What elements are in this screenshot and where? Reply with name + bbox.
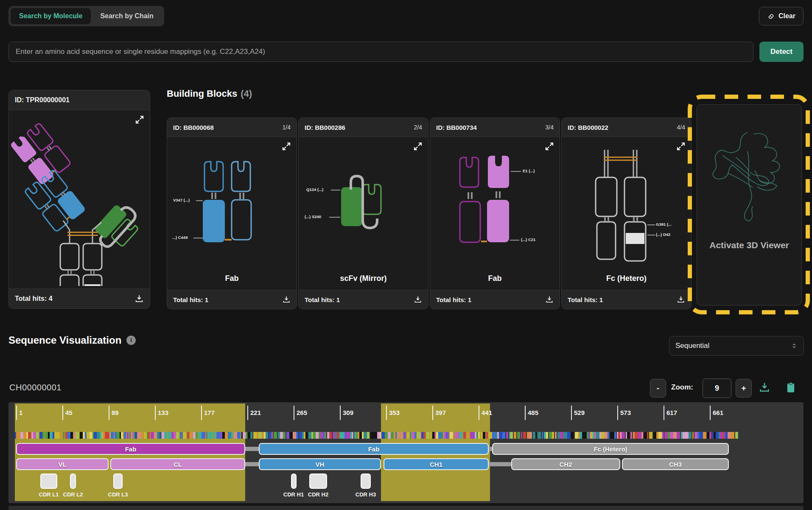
scfv-diagram xyxy=(299,137,427,273)
zoom-in-button[interactable]: + xyxy=(736,379,752,398)
download-icon[interactable] xyxy=(545,295,554,304)
eraser-icon xyxy=(767,12,775,20)
domain-bar[interactable]: Fc (Hetero) xyxy=(492,443,729,455)
domain-bar[interactable]: CH2 xyxy=(511,458,620,470)
bb-card-footer: Total hits: 1 xyxy=(167,290,297,309)
copy-clipboard-icon[interactable] xyxy=(785,381,797,393)
domain-bar-label: Fab xyxy=(125,446,137,453)
domain-bar[interactable]: Fab xyxy=(259,443,489,455)
download-icon[interactable] xyxy=(282,295,291,304)
bb-total-hits: Total hits: 1 xyxy=(436,296,471,303)
ruler-tick-label: 133 xyxy=(158,409,168,416)
cdr-label: CDR H1 xyxy=(283,491,304,498)
fc-diagram xyxy=(562,137,690,273)
bb-card-header: ID: BB000068 1/4 xyxy=(167,118,297,137)
domain-bar-label: CL xyxy=(174,461,182,468)
antibody-diagram xyxy=(9,116,149,286)
sequence-viewer-content: 1458913317722126530935339744148552957361… xyxy=(16,402,738,503)
ruler-tick-label: 221 xyxy=(250,409,261,416)
bb-card-header: ID: BB000286 2/4 xyxy=(299,118,428,137)
cdr-marker[interactable] xyxy=(309,474,327,489)
ruler-tick-label: 529 xyxy=(574,409,585,416)
domain-bar-label: VL xyxy=(58,461,66,468)
ruler-tick xyxy=(664,406,664,420)
activate-3d-viewer-card[interactable]: Activate 3D Viewer xyxy=(697,104,802,305)
mode-select-value: Sequential xyxy=(675,342,709,350)
residue-annotation-bottom: (...) S240 xyxy=(305,214,321,219)
zoom-out-button[interactable]: - xyxy=(650,379,666,398)
domain-bar[interactable]: CL xyxy=(110,458,245,470)
bb-position: 2/4 xyxy=(414,124,422,131)
sequence-viewer-panel: 1458913317722126530935339744148552957361… xyxy=(8,402,804,503)
domain-bar[interactable]: VH xyxy=(259,458,381,470)
domain-bar[interactable]: Fab xyxy=(16,443,245,455)
cdr-marker[interactable] xyxy=(40,474,57,489)
download-icon[interactable] xyxy=(414,295,422,304)
domain-bar[interactable]: CH1 xyxy=(384,458,489,470)
tab-search-by-molecule[interactable]: Search by Molecule xyxy=(11,8,91,24)
cdr-label: CDR L2 xyxy=(63,491,83,498)
domain-bar[interactable]: CH3 xyxy=(622,458,729,470)
download-icon[interactable] xyxy=(677,295,685,304)
bb-total-hits: Total hits: 1 xyxy=(568,296,603,303)
sequence-search-input[interactable] xyxy=(8,42,753,62)
bb-id-label: ID: BB000068 xyxy=(173,124,214,131)
ruler-tick-label: 573 xyxy=(620,409,631,416)
bb-card-body: G391 (... (...) D42 Fc (Hetero) xyxy=(562,137,691,290)
ruler-tick xyxy=(155,406,156,420)
residue-annotation-top: E1 (...) xyxy=(523,168,535,173)
bb-total-hits: Total hits: 1 xyxy=(305,296,340,303)
bb-position: 1/4 xyxy=(283,124,291,131)
bb-position: 3/4 xyxy=(546,124,554,131)
target-total-hits: Total hits: 4 xyxy=(15,295,53,303)
ruler-tick-label: 661 xyxy=(713,409,723,416)
ruler-tick xyxy=(294,406,294,420)
building-block-card-3[interactable]: ID: BB000734 3/4 E1 (...) (...) C21 Fab xyxy=(430,118,560,309)
detect-button[interactable]: Detect xyxy=(759,42,804,62)
download-sequence-icon[interactable] xyxy=(759,381,770,393)
bb-card-body: E1 (...) (...) C21 Fab xyxy=(430,137,560,290)
domain-connector xyxy=(245,447,259,451)
ruler-tick xyxy=(479,406,479,420)
bb-card-body: V347 (...) ...) C449 Fab xyxy=(167,137,297,290)
ruler-tick xyxy=(109,406,109,420)
clear-button[interactable]: Clear xyxy=(759,7,804,25)
cdr-marker[interactable] xyxy=(113,474,123,489)
bb-card-footer: Total hits: 1 xyxy=(430,290,560,309)
activate-3d-viewer-label: Activate 3D Viewer xyxy=(697,239,801,252)
domain-bar-label: CH1 xyxy=(430,461,442,468)
domain-connector xyxy=(489,462,511,466)
app-root: Search by Molecule Search by Chain Clear… xyxy=(0,0,812,510)
zoom-value-field[interactable]: 9 xyxy=(703,378,731,398)
domain-connector xyxy=(489,447,492,451)
cdr-marker[interactable] xyxy=(291,474,297,489)
numbering-mode-select[interactable]: Sequential xyxy=(669,336,804,356)
cdr-marker[interactable] xyxy=(361,474,371,489)
tab-search-by-chain[interactable]: Search by Chain xyxy=(92,8,162,24)
cdr-label: CDR H3 xyxy=(356,491,376,498)
bb-position: 4/4 xyxy=(677,124,685,131)
bb-card-header: ID: BB000022 4/4 xyxy=(562,118,691,137)
cdr-label: CDR L3 xyxy=(108,491,128,498)
domain-bar[interactable]: VL xyxy=(16,458,109,470)
building-block-card-1[interactable]: ID: BB000068 1/4 V347 (...) ...) C449 Fa… xyxy=(167,118,297,309)
target-card-body xyxy=(9,110,150,289)
fab-diagram xyxy=(167,137,296,273)
target-molecule-card[interactable]: ID: TPR00000001 xyxy=(8,90,150,309)
bb-type-label: Fab xyxy=(167,274,297,283)
bb-type-label: Fc (Hetero) xyxy=(562,274,691,283)
ruler-tick-label: 617 xyxy=(666,409,677,416)
ruler-tick-label: 177 xyxy=(204,409,215,416)
info-icon[interactable] xyxy=(126,336,136,345)
download-icon[interactable] xyxy=(134,294,144,303)
building-blocks-title-text: Building Blocks xyxy=(167,88,237,99)
residue-annotation-top: Q124 (...) xyxy=(306,187,323,192)
residue-annotation-top: G391 (... xyxy=(656,222,672,227)
building-block-card-2[interactable]: ID: BB000286 2/4 Q124 (...) (...) S240 s… xyxy=(298,118,428,309)
building-block-card-4[interactable]: ID: BB000022 4/4 G391 (... (...) D42 xyxy=(561,118,692,309)
sequence-visualization-title: Sequence Visualization xyxy=(8,334,136,346)
cdr-marker[interactable] xyxy=(70,474,76,489)
next-panel-edge xyxy=(8,506,804,510)
ruler-tick-label: 265 xyxy=(297,409,307,416)
ruler-tick-label: 441 xyxy=(482,409,492,416)
